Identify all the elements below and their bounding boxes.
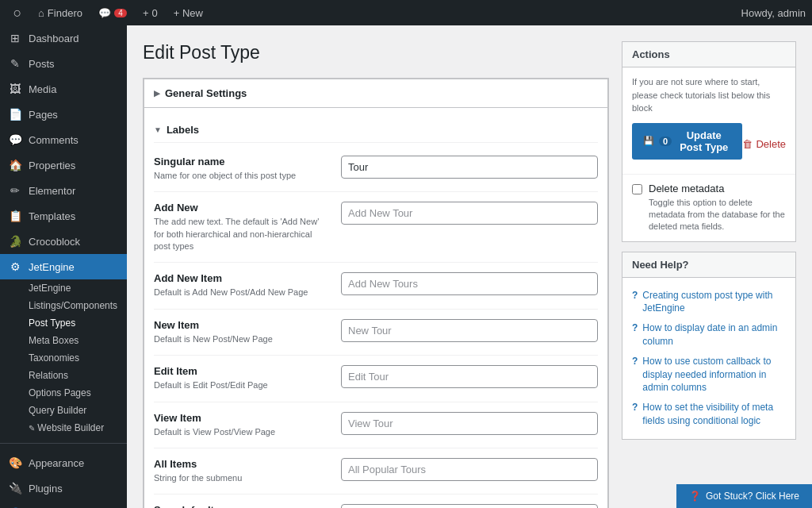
home-icon: ⌂ bbox=[38, 7, 44, 19]
sidebar-sub-website-builder[interactable]: ✎ Website Builder bbox=[0, 419, 127, 437]
sidebar-item-templates[interactable]: 📋 Templates bbox=[0, 203, 127, 229]
howdy-text: Howdy, admin bbox=[741, 7, 806, 19]
field-desc-add-new: The add new text. The default is 'Add Ne… bbox=[154, 216, 328, 252]
sidebar-item-appearance[interactable]: 🎨 Appearance bbox=[0, 450, 127, 475]
sidebar-sub-post-types[interactable]: Post Types bbox=[0, 314, 127, 332]
sidebar: ⊞ Dashboard ✎ Posts 🖼 Media 📄 Pages 💬 Co… bbox=[0, 25, 127, 508]
field-desc-edit-item: Default is Edit Post/Edit Page bbox=[154, 379, 328, 391]
circle-icon: + bbox=[143, 7, 149, 19]
sidebar-item-media[interactable]: 🖼 Media bbox=[0, 76, 127, 102]
help-link-3[interactable]: ?How to set the visibility of meta field… bbox=[632, 398, 786, 431]
got-stuck-button[interactable]: ❓ Got Stuck? Click Here bbox=[676, 484, 812, 508]
general-settings-section: ▶ General Settings ▼ Labels Singular nam… bbox=[143, 78, 609, 508]
field-label-add-new-item: Add New Item bbox=[154, 272, 328, 284]
appearance-icon: 🎨 bbox=[8, 456, 22, 469]
field-input-all-items[interactable] bbox=[341, 458, 598, 481]
field-input-edit-item[interactable] bbox=[341, 365, 598, 388]
plugins-icon: 🔌 bbox=[8, 482, 22, 495]
dashboard-icon: ⊞ bbox=[8, 32, 22, 44]
field-desc-new-item: Default is New Post/New Page bbox=[154, 333, 328, 345]
chevron-down-icon: ▼ bbox=[154, 125, 162, 134]
bar-new[interactable]: + New bbox=[167, 0, 209, 25]
form-row-new-item: New ItemDefault is New Post/New Page bbox=[154, 310, 598, 356]
actions-title: Actions bbox=[622, 42, 795, 67]
delete-metadata-checkbox[interactable] bbox=[632, 184, 642, 194]
form-row-edit-item: Edit ItemDefault is Edit Post/Edit Page bbox=[154, 356, 598, 402]
main-content: Edit Post Type ▶ General Settings ▼ Labe… bbox=[143, 41, 609, 492]
help-body: ?Creating custom post type with JetEngin… bbox=[622, 278, 795, 439]
field-input-singular-name[interactable] bbox=[341, 156, 598, 179]
sidebar-sub-taxonomies[interactable]: Taxonomies bbox=[0, 349, 127, 367]
chevron-right-icon: ▶ bbox=[154, 89, 160, 98]
sidebar-item-elementor[interactable]: ✏ Elementor bbox=[0, 178, 127, 203]
help-circle-icon: ❓ bbox=[689, 491, 701, 502]
field-label-singular-name: Singular name bbox=[154, 156, 328, 167]
templates-icon: 📋 bbox=[8, 210, 22, 222]
field-input-add-new[interactable] bbox=[341, 202, 598, 225]
right-sidebar-panel: Actions If you are not sure where to sta… bbox=[622, 41, 796, 492]
bar-comments[interactable]: 💬 4 bbox=[92, 0, 133, 25]
question-icon: ? bbox=[632, 355, 638, 368]
sidebar-item-jetengine[interactable]: ⚙ JetEngine bbox=[0, 254, 127, 279]
form-row-add-new-item: Add New ItemDefault is Add New Post/Add … bbox=[154, 263, 598, 309]
delete-metadata-desc: Toggle this option to delete metadata fr… bbox=[649, 197, 786, 233]
jetengine-icon: ⚙ bbox=[8, 260, 22, 273]
help-link-0[interactable]: ?Creating custom post type with JetEngin… bbox=[632, 286, 786, 319]
sidebar-item-crocoblock[interactable]: 🐊 Crocoblock bbox=[0, 229, 127, 254]
content-area: Edit Post Type ▶ General Settings ▼ Labe… bbox=[127, 25, 812, 508]
bar-findero[interactable]: ⌂ Findero bbox=[32, 0, 89, 25]
update-post-type-button[interactable]: 💾 0 Update Post Type bbox=[632, 123, 742, 160]
sidebar-sub-query-builder[interactable]: Query Builder bbox=[0, 402, 127, 419]
delete-metadata-label: Delete metadata bbox=[649, 183, 786, 194]
sidebar-sub-listings[interactable]: Listings/Components bbox=[0, 297, 127, 314]
sidebar-item-posts[interactable]: ✎ Posts bbox=[0, 51, 127, 76]
question-icon: ? bbox=[632, 321, 638, 335]
form-row-search-items: Search for ItemsDefault is Search Posts/… bbox=[154, 495, 598, 508]
wp-logo[interactable]: ○ bbox=[6, 0, 29, 25]
help-box: Need Help? ?Creating custom post type wi… bbox=[622, 252, 796, 440]
field-input-add-new-item[interactable] bbox=[341, 272, 598, 295]
field-desc-singular-name: Name for one object of this post type bbox=[154, 170, 328, 182]
sidebar-sub-relations[interactable]: Relations bbox=[0, 367, 127, 384]
comment-icon: 💬 bbox=[98, 7, 111, 19]
sidebar-item-comments[interactable]: 💬 Comments bbox=[0, 127, 127, 152]
field-input-new-item[interactable] bbox=[341, 319, 598, 342]
sidebar-item-properties[interactable]: 🏠 Properties bbox=[0, 152, 127, 178]
actions-box: Actions If you are not sure where to sta… bbox=[622, 41, 796, 242]
page-title: Edit Post Type bbox=[143, 41, 609, 65]
sidebar-item-pages[interactable]: 📄 Pages bbox=[0, 102, 127, 127]
delete-button[interactable]: 🗑 Delete bbox=[742, 135, 786, 153]
field-desc-add-new-item: Default is Add New Post/Add New Page bbox=[154, 287, 328, 298]
delete-metadata-content: Delete metadata Toggle this option to de… bbox=[649, 183, 786, 233]
form-row-view-item: View ItemDefault is View Post/View Page bbox=[154, 402, 598, 448]
help-link-1[interactable]: ?How to display date in an admin column bbox=[632, 318, 786, 352]
field-input-search-items[interactable] bbox=[341, 504, 598, 508]
croco-icon: 🐊 bbox=[8, 235, 22, 248]
field-input-view-item[interactable] bbox=[341, 412, 598, 435]
elementor-icon: ✏ bbox=[8, 184, 22, 197]
sidebar-item-dashboard[interactable]: ⊞ Dashboard bbox=[0, 25, 127, 51]
media-icon: 🖼 bbox=[8, 83, 22, 95]
sidebar-sub-meta-boxes[interactable]: Meta Boxes bbox=[0, 332, 127, 349]
form-row-add-new: Add NewThe add new text. The default is … bbox=[154, 192, 598, 263]
field-desc-view-item: Default is View Post/View Page bbox=[154, 426, 328, 438]
bar-updates[interactable]: + 0 bbox=[136, 0, 164, 25]
actions-desc: If you are not sure where to start, plea… bbox=[632, 75, 786, 115]
labels-header[interactable]: ▼ Labels bbox=[154, 117, 598, 143]
sidebar-item-plugins[interactable]: 🔌 Plugins bbox=[0, 475, 127, 501]
sidebar-sub-options-pages[interactable]: Options Pages bbox=[0, 384, 127, 402]
question-icon: ? bbox=[632, 289, 638, 302]
form-row-singular-name: Singular nameName for one object of this… bbox=[154, 146, 598, 192]
properties-icon: 🏠 bbox=[8, 159, 22, 171]
sidebar-item-users[interactable]: 👤 Users bbox=[0, 501, 127, 508]
labels-section-body: ▼ Labels Singular nameName for one objec… bbox=[144, 108, 608, 508]
actions-body: If you are not sure where to start, plea… bbox=[622, 67, 795, 174]
help-link-2[interactable]: ?How to use custom callback to display n… bbox=[632, 352, 786, 398]
field-label-add-new: Add New bbox=[154, 202, 328, 214]
general-settings-header[interactable]: ▶ General Settings bbox=[144, 79, 608, 108]
labels-form: Singular nameName for one object of this… bbox=[154, 146, 598, 508]
sidebar-sub-jetengine[interactable]: JetEngine bbox=[0, 279, 127, 297]
pages-icon: 📄 bbox=[8, 108, 22, 121]
field-label-edit-item: Edit Item bbox=[154, 365, 328, 377]
trash-icon: 🗑 bbox=[742, 138, 753, 150]
